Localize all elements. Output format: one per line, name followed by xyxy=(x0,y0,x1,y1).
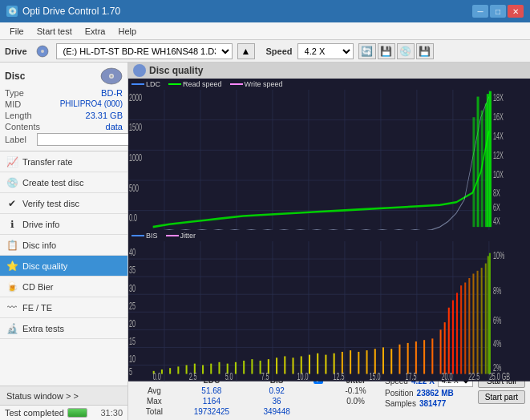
max-jitter-value: 0.0% xyxy=(331,396,380,406)
speed-label: Speed xyxy=(266,46,293,56)
close-button[interactable]: ✕ xyxy=(508,5,524,18)
sidebar-item-cd-bier[interactable]: 🍺 CD Bier xyxy=(0,277,127,297)
sidebar-item-create-test-disc[interactable]: 💿 Create test disc xyxy=(0,172,127,193)
svg-text:40: 40 xyxy=(129,248,136,259)
svg-text:6X: 6X xyxy=(493,202,500,212)
svg-rect-116 xyxy=(431,339,433,374)
sidebar-item-verify-test-disc[interactable]: ✔ Verify test disc xyxy=(0,193,127,214)
menu-file[interactable]: File xyxy=(3,25,30,38)
svg-text:10X: 10X xyxy=(493,169,504,180)
cd-bier-icon: 🍺 xyxy=(6,281,18,293)
legend-jitter-color xyxy=(166,235,179,236)
menu-start-test[interactable]: Start test xyxy=(30,25,79,38)
legend-read-color xyxy=(168,83,181,85)
svg-text:12X: 12X xyxy=(493,150,504,160)
svg-rect-88 xyxy=(202,365,204,374)
svg-rect-34 xyxy=(472,117,475,227)
svg-rect-112 xyxy=(399,345,400,374)
sidebar-item-label-cd-bier: CD Bier xyxy=(22,282,54,292)
app-icon: 💿 xyxy=(6,6,18,17)
svg-rect-90 xyxy=(218,362,220,374)
svg-text:4%: 4% xyxy=(493,339,501,350)
speed-icon-1[interactable]: 🔄 xyxy=(358,43,376,59)
disc-info-icon: 📋 xyxy=(6,240,18,251)
status-window-button[interactable]: Status window > > xyxy=(0,386,127,406)
transfer-rate-icon: 📈 xyxy=(6,156,18,168)
progress-bar-fill xyxy=(68,409,87,417)
extra-tests-icon: 🔬 xyxy=(6,323,18,334)
minimize-button[interactable]: ─ xyxy=(472,5,488,18)
svg-text:30: 30 xyxy=(129,283,136,294)
svg-rect-118 xyxy=(444,322,446,374)
svg-rect-130 xyxy=(489,253,491,374)
svg-text:2.5: 2.5 xyxy=(189,371,197,382)
speed-select[interactable]: 4.2 X xyxy=(297,43,354,59)
svg-text:35: 35 xyxy=(129,265,136,277)
row-avg-label: Avg xyxy=(133,386,176,396)
sidebar-item-disc-quality[interactable]: ⭐ Disc quality xyxy=(0,256,127,277)
legend-bis-label: BIS xyxy=(146,232,158,240)
svg-rect-120 xyxy=(452,301,454,374)
disc-panel: Disc Type BD-R MID PHILIPRO4 (000) Lengt… xyxy=(0,63,127,151)
sidebar-item-drive-info[interactable]: ℹ Drive info xyxy=(0,214,127,235)
start-part-button[interactable]: Start part xyxy=(478,390,525,404)
status-label: Test completed xyxy=(5,408,64,418)
svg-text:2000: 2000 xyxy=(129,92,142,103)
disc-contents-label: Contents xyxy=(5,122,40,131)
svg-text:0.0: 0.0 xyxy=(153,371,161,382)
drive-select[interactable]: (E:) HL-DT-ST BD-RE WH16NS48 1.D3 xyxy=(56,43,233,59)
statusbar: Status window > > Test completed 31:30 xyxy=(0,386,127,420)
menu-extra[interactable]: Extra xyxy=(79,25,112,38)
speed-icon-3[interactable]: 💿 xyxy=(397,43,415,59)
top-chart-legend: LDC Read speed Write speed xyxy=(128,79,530,90)
legend-jitter: Jitter xyxy=(166,232,196,240)
menu-help[interactable]: Help xyxy=(111,25,143,38)
svg-text:15: 15 xyxy=(129,336,136,347)
legend-ldc: LDC xyxy=(131,80,160,88)
sidebar-item-label-fe-te: FE / TE xyxy=(22,303,52,313)
svg-rect-127 xyxy=(481,268,483,374)
speed-icon-2[interactable]: 💾 xyxy=(378,43,395,59)
disc-contents-row: Contents data xyxy=(5,122,123,131)
svg-text:25.0 GB: 25.0 GB xyxy=(489,371,510,382)
svg-text:14X: 14X xyxy=(493,131,504,141)
sidebar-item-disc-info[interactable]: 📋 Disc info xyxy=(0,235,127,256)
disc-length-row: Length 23.31 GB xyxy=(5,111,123,120)
svg-rect-99 xyxy=(292,358,293,374)
svg-text:500: 500 xyxy=(129,183,139,193)
verify-test-disc-icon: ✔ xyxy=(6,198,18,209)
svg-text:8%: 8% xyxy=(493,285,501,297)
svg-rect-110 xyxy=(382,348,384,374)
disc-length-value: 23.31 GB xyxy=(86,111,123,120)
disc-mid-label: MID xyxy=(5,99,21,109)
speed-icon-4[interactable]: 💾 xyxy=(416,43,434,59)
sidebar-item-fe-te[interactable]: 〰 FE / TE xyxy=(0,297,127,318)
app-title: Opti Drive Control 1.70 xyxy=(22,6,120,17)
chart-disc-icon xyxy=(133,64,146,77)
svg-rect-83 xyxy=(161,370,163,374)
charts-area: LDC Read speed Write speed xyxy=(128,79,530,370)
position-label: Position xyxy=(385,389,414,398)
avg-jitter-value: -0.1% xyxy=(331,386,380,396)
maximize-button[interactable]: □ xyxy=(490,5,506,18)
sidebar-item-label-drive-info: Drive info xyxy=(22,220,59,229)
legend-write: Write speed xyxy=(230,80,283,88)
position-row: Position 23862 MB xyxy=(385,389,473,398)
total-ldc-value: 19732425 xyxy=(176,406,248,417)
avg-ldc-value: 51.68 xyxy=(176,386,248,396)
window-controls: ─ □ ✕ xyxy=(472,5,524,18)
svg-text:8X: 8X xyxy=(493,188,500,199)
row-total-label: Total xyxy=(133,406,176,417)
eject-button[interactable]: ▲ xyxy=(237,43,255,59)
svg-rect-93 xyxy=(243,361,245,374)
nav-items: 📈 Transfer rate 💿 Create test disc ✔ Ver… xyxy=(0,151,127,339)
svg-point-4 xyxy=(111,75,113,78)
sidebar-item-transfer-rate[interactable]: 📈 Transfer rate xyxy=(0,151,127,172)
svg-text:1500: 1500 xyxy=(129,122,142,132)
svg-rect-121 xyxy=(456,293,458,374)
disc-title: Disc xyxy=(5,71,25,82)
legend-ldc-color xyxy=(131,83,144,85)
svg-rect-85 xyxy=(177,367,179,374)
svg-rect-89 xyxy=(210,364,212,374)
sidebar-item-extra-tests[interactable]: 🔬 Extra tests xyxy=(0,318,127,339)
